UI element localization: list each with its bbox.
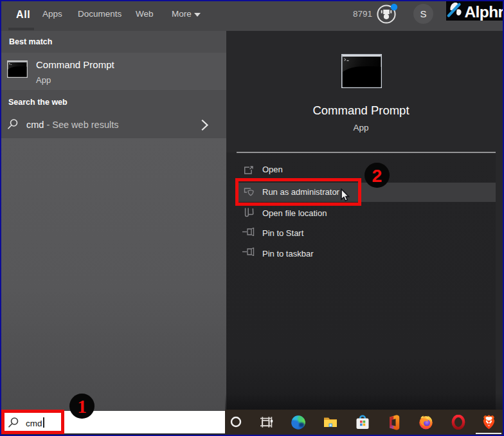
svg-text:Alphr: Alphr: [465, 3, 504, 21]
